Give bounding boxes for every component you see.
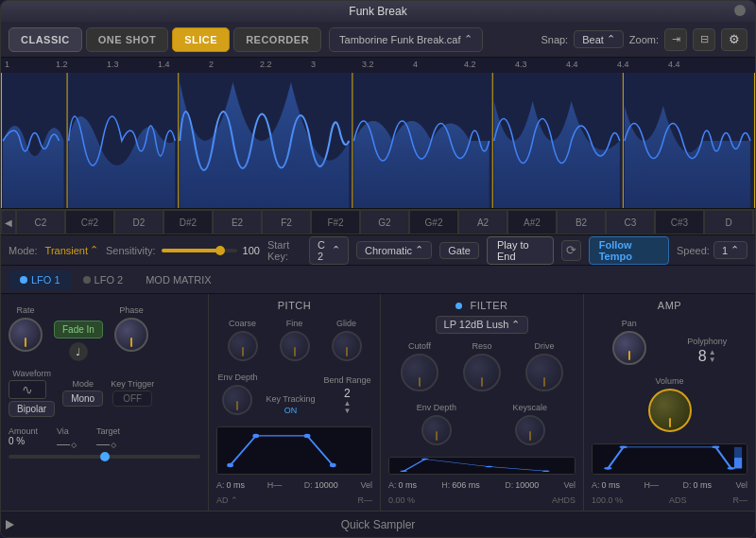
file-selector[interactable]: Tamborine Funk Break.caf ⌃ xyxy=(329,27,483,52)
piano-key-a2[interactable]: A2 xyxy=(458,210,507,234)
amp-knobs: Pan Polyphony 8 ▲▼ xyxy=(592,315,747,369)
ruler-mark-22: 2.2 xyxy=(260,60,272,69)
svg-rect-2 xyxy=(67,73,68,209)
piano-right-arrow[interactable]: ▶ xyxy=(753,210,755,234)
lfo1-on-dot xyxy=(20,276,27,284)
piano-key-d2[interactable]: D2 xyxy=(114,210,163,234)
zoom-label: Zoom: xyxy=(629,34,659,45)
bend-range-value[interactable]: 2 xyxy=(344,387,351,400)
note-icon[interactable]: ♩ xyxy=(69,342,88,361)
target-label: Target xyxy=(96,426,120,436)
zoom-fit-btn[interactable]: ⇥ xyxy=(664,28,687,51)
fade-in-btn[interactable]: Fade In xyxy=(54,321,103,338)
filter-type-dropdown[interactable]: LP 12dB Lush ⌃ xyxy=(436,316,529,334)
polyphony-stepper[interactable]: ▲▼ xyxy=(709,349,716,364)
piano-key-as2[interactable]: A#2 xyxy=(507,210,557,234)
ruler-mark-43: 4.3 xyxy=(515,60,527,69)
mode-value-dropdown[interactable]: Transient ⌃ xyxy=(45,244,98,256)
piano-key-b2[interactable]: B2 xyxy=(557,210,606,234)
tab-lfo1[interactable]: LFO 1 xyxy=(9,270,72,289)
cutoff-knob[interactable] xyxy=(401,354,438,391)
gate-btn[interactable]: Gate xyxy=(439,242,479,259)
ruler-mark-13: 1.3 xyxy=(107,60,119,69)
drive-label: Drive xyxy=(534,341,554,351)
waveform-selector[interactable]: ∿ xyxy=(9,380,46,399)
amount-value: 0 % xyxy=(9,436,38,446)
piano-key-cs3[interactable]: C#3 xyxy=(655,210,704,234)
reso-knob[interactable] xyxy=(463,354,501,391)
piano-key-ds2[interactable]: D#2 xyxy=(163,210,213,234)
tab-one-shot[interactable]: ONE SHOT xyxy=(86,27,168,52)
piano-key-c3[interactable]: C3 xyxy=(606,210,655,234)
waveform-area[interactable]: 1 1.2 1.3 1.4 2 2.2 3 3.2 4 4.2 4.3 4.4 … xyxy=(1,58,755,209)
volume-knob[interactable] xyxy=(648,389,692,432)
amp-env-type[interactable]: ADS xyxy=(669,495,687,505)
pitch-env-type[interactable]: AD ⌃ xyxy=(216,495,238,505)
svg-point-20 xyxy=(620,445,627,448)
tab-recorder[interactable]: RECORDER xyxy=(233,27,321,52)
piano-key-c2[interactable]: C2 xyxy=(16,210,65,234)
start-key-dropdown[interactable]: C 2 ⌃ xyxy=(309,236,349,265)
file-chevron-icon: ⌃ xyxy=(464,33,472,45)
tab-slice[interactable]: SLICE xyxy=(172,27,230,52)
piano-key-cs2[interactable]: C#2 xyxy=(65,210,114,234)
coarse-knob[interactable] xyxy=(228,331,258,361)
sensitivity-thumb[interactable] xyxy=(215,246,225,255)
phase-knob[interactable] xyxy=(114,318,148,352)
piano-key-d3[interactable]: D xyxy=(704,210,753,234)
piano-key-fs2[interactable]: F#2 xyxy=(311,210,360,234)
tab-lfo2[interactable]: LFO 2 xyxy=(72,270,135,289)
zoom-out-btn[interactable]: ⊟ xyxy=(693,28,715,51)
speed-dropdown[interactable]: 1 ⌃ xyxy=(713,241,747,259)
lfo-mode-value[interactable]: Mono xyxy=(62,390,103,407)
fine-knob[interactable] xyxy=(280,331,310,361)
svg-point-22 xyxy=(728,467,735,470)
play-to-end-btn[interactable]: Play to End xyxy=(487,236,554,265)
via-label: Via xyxy=(57,426,77,436)
waveform-canvas[interactable] xyxy=(1,73,755,209)
ruler-mark-4: 4 xyxy=(413,60,418,69)
sensitivity-slider[interactable] xyxy=(162,249,237,252)
filter-title: FILTER xyxy=(470,300,507,311)
lfo-tabs: LFO 1 LFO 2 MOD MATRIX xyxy=(1,266,755,294)
polyphony-value[interactable]: 8 ▲▼ xyxy=(698,348,716,365)
mod-matrix-label: MOD MATRIX xyxy=(146,274,211,286)
follow-tempo-btn[interactable]: Follow Tempo xyxy=(589,236,669,265)
piano-key-g2[interactable]: G2 xyxy=(360,210,409,234)
ruler-mark-45: 4.4 xyxy=(617,60,629,69)
sensitivity-section: Sensitivity: 100 xyxy=(106,245,260,256)
amount-thumb[interactable] xyxy=(100,452,110,461)
amp-env-a-val: 0 ms xyxy=(602,480,621,490)
title-bar: Funk Break xyxy=(1,1,755,22)
chromatic-dropdown[interactable]: Chromatic ⌃ xyxy=(356,241,432,259)
play-button[interactable] xyxy=(6,520,14,529)
glide-knob[interactable] xyxy=(332,331,362,361)
key-tracking-value[interactable]: ON xyxy=(284,406,298,415)
pan-knob[interactable] xyxy=(612,331,646,365)
bipolar-selector[interactable]: Bipolar xyxy=(9,401,55,417)
tab-mod-matrix[interactable]: MOD MATRIX xyxy=(134,270,222,289)
filter-env-type[interactable]: AHDS xyxy=(552,495,576,505)
piano-key-e2[interactable]: E2 xyxy=(213,210,262,234)
settings-btn[interactable]: ⚙ xyxy=(721,28,747,51)
amp-env-r: R— xyxy=(732,495,747,505)
tab-classic[interactable]: CLASSIC xyxy=(9,27,82,52)
bend-range-stepper[interactable]: ▲▼ xyxy=(344,400,352,415)
ruler-mark-1: 1 xyxy=(5,60,9,69)
window-close-btn[interactable] xyxy=(734,5,746,16)
fine-group: Fine xyxy=(280,319,310,361)
keyscale-knob[interactable] xyxy=(515,415,545,445)
loop-btn[interactable]: ⟳ xyxy=(561,240,581,261)
piano-key-gs2[interactable]: G#2 xyxy=(409,210,458,234)
env-depth-pitch-knob[interactable] xyxy=(222,385,252,415)
snap-control[interactable]: Beat ⌃ xyxy=(574,30,624,48)
rate-knob[interactable] xyxy=(9,318,43,352)
cutoff-label: Cutoff xyxy=(408,341,431,351)
piano-left-arrow[interactable]: ◀ xyxy=(1,210,16,234)
env-depth-filter-knob[interactable] xyxy=(421,415,452,445)
amount-slider[interactable] xyxy=(9,455,200,459)
key-trigger-btn[interactable]: OFF xyxy=(112,390,152,407)
drive-knob[interactable] xyxy=(525,354,563,391)
piano-key-f2[interactable]: F2 xyxy=(262,210,311,234)
lfo-mode-label: Mode xyxy=(72,379,94,389)
